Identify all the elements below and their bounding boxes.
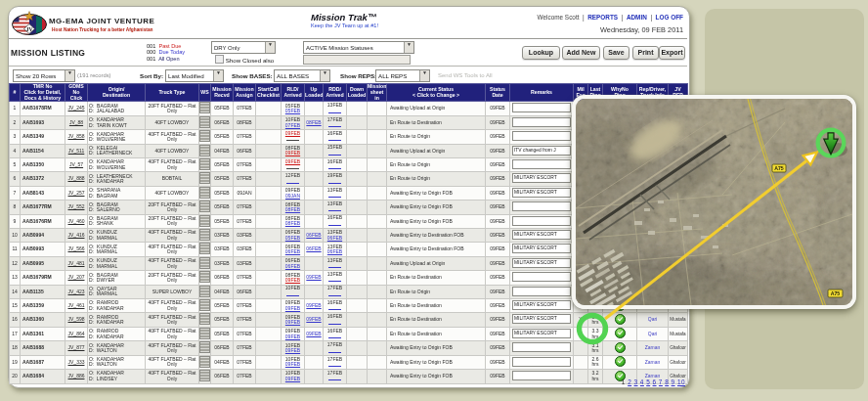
svg-text:A75: A75	[774, 165, 784, 171]
svg-text:A75: A75	[831, 290, 841, 296]
